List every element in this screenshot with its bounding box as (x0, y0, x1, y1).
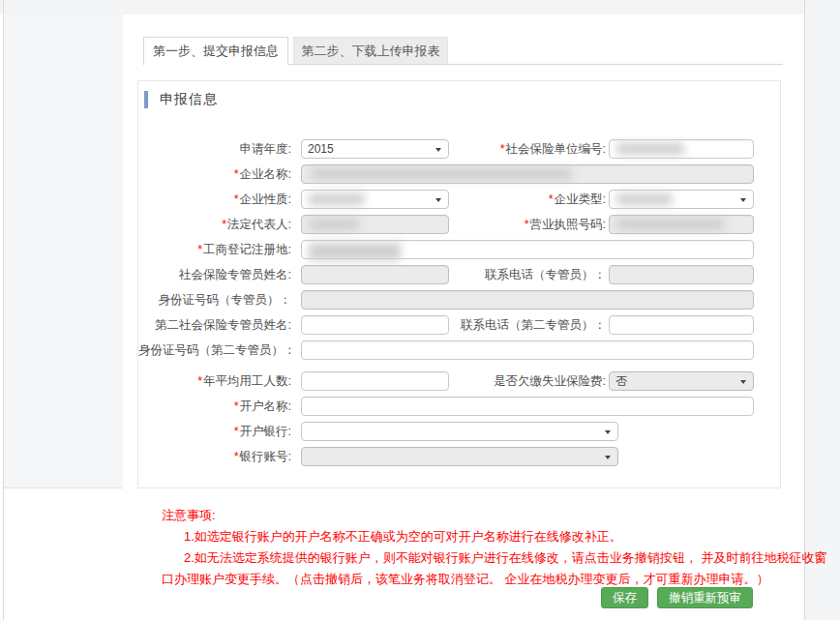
second-agent-phone-input[interactable] (609, 315, 754, 335)
form-row: 社会保险专管员姓名: 联系电话（专管员）： (138, 265, 782, 284)
accent-bar (144, 91, 148, 108)
redacted-value (616, 143, 684, 155)
panel-title: 申报信息 (160, 91, 218, 108)
second-agent-name-input[interactable] (301, 315, 449, 335)
form-row: *工商登记注册地: (138, 240, 782, 259)
insurance-agent-name-label: 社会保险专管员姓名: (138, 265, 291, 284)
dropdown-caret-icon (605, 430, 611, 434)
bank-label: *开户银行: (138, 422, 291, 441)
form-row: 身份证号码（第二专管员）： (138, 340, 782, 360)
avg-workers-input[interactable] (301, 371, 449, 391)
registry-address-input[interactable] (301, 240, 754, 259)
redacted-value (616, 193, 673, 205)
dropdown-caret-icon (740, 380, 746, 384)
form-row: 第二社会保险专管员姓名: 联系电话（第二专管员）： (138, 315, 782, 335)
company-nature-label: *企业性质: (138, 190, 291, 209)
bank-select[interactable] (301, 422, 618, 441)
second-agent-id-label: 身份证号码（第二专管员）： (138, 340, 291, 360)
right-gutter (804, 0, 840, 620)
bank-account-label: *银行账号: (138, 447, 291, 466)
owe-insurance-label: 是否欠缴失业保险费: (441, 371, 606, 391)
form-row: *年平均用工人数: 是否欠缴失业保险费: 否 (138, 371, 782, 391)
declaration-form: 申请年度: 2015 *社会保险单位编号: *企业名称: (138, 139, 782, 472)
social-insurance-no-label: *社会保险单位编号: (441, 139, 606, 159)
company-type-label: *企业类型: (441, 190, 606, 209)
form-row: 申请年度: 2015 *社会保险单位编号: (138, 139, 782, 159)
form-row: *银行账号: (138, 447, 782, 466)
notice-title: 注意事项: (162, 505, 781, 526)
agent-id-number-label: 身份证号码（专管员）： (138, 290, 291, 310)
redacted-value (309, 219, 359, 230)
cancel-resubmit-button[interactable]: 撤销重新预审 (657, 587, 753, 608)
main-content: 第一步、提交申报信息 第二步、下载上传申报表 申报信息 申请年度: 2015 *… (123, 15, 804, 620)
form-row: *法定代表人: *营业执照号码: (138, 215, 782, 234)
declaration-info-panel: 申报信息 申请年度: 2015 *社会保险单位编号: (137, 80, 781, 488)
company-type-select[interactable] (609, 190, 754, 209)
notice-section: 注意事项: 1.如选定银行账户的开户名称不正确或为空的可对开户名称进行在线修改补… (162, 505, 781, 590)
legal-representative-label: *法定代表人: (138, 215, 291, 234)
company-nature-select[interactable] (301, 190, 449, 209)
agent-phone-label: 联系电话（专管员）： (441, 265, 606, 284)
dropdown-caret-icon (740, 198, 746, 202)
redacted-value (309, 193, 365, 205)
dropdown-caret-icon (605, 456, 611, 459)
notice-line-2: 2.如无法选定系统提供的银行账户，则不能对银行账户进行在线修改，请点击业务撤销按… (162, 547, 781, 569)
apply-year-select[interactable]: 2015 (301, 139, 449, 159)
legal-representative-input (301, 215, 449, 234)
second-agent-id-input[interactable] (301, 340, 754, 360)
company-name-input (301, 164, 754, 184)
registry-address-label: *工商登记注册地: (138, 240, 291, 259)
account-name-label: *开户名称: (138, 397, 291, 416)
form-row: *开户名称: (138, 397, 782, 416)
form-row: 身份证号码（专管员）： (138, 290, 782, 310)
top-gutter (0, 0, 840, 15)
business-license-no-input (609, 215, 754, 234)
second-agent-name-label: 第二社会保险专管员姓名: (138, 315, 291, 335)
redacted-value (311, 168, 572, 180)
form-row: *企业性质: *企业类型: (138, 190, 782, 209)
account-name-input[interactable] (301, 397, 754, 416)
tab-step1-submit-info[interactable]: 第一步、提交申报信息 (143, 37, 288, 65)
redacted-value (616, 219, 725, 230)
left-gutter-panel (4, 15, 123, 488)
panel-header: 申报信息 (144, 90, 218, 109)
notice-line-1: 1.如选定银行账户的开户名称不正确或为空的可对开户名称进行在线修改补正。 (162, 526, 781, 547)
second-agent-phone-label: 联系电话（第二专管员）： (441, 315, 606, 335)
agent-phone-input (609, 265, 754, 284)
social-insurance-no-input[interactable] (609, 139, 754, 159)
insurance-agent-name-input (301, 265, 449, 284)
page: 第一步、提交申报信息 第二步、下载上传申报表 申报信息 申请年度: 2015 *… (0, 0, 840, 620)
agent-id-number-input (301, 290, 754, 310)
action-bar: 保存 撤销重新预审 (123, 587, 753, 608)
tab-step2-download-upload[interactable]: 第二步、下载上传申报表 (293, 37, 448, 64)
save-button[interactable]: 保存 (601, 587, 648, 608)
avg-workers-label: *年平均用工人数: (138, 371, 291, 391)
business-license-no-label: *营业执照号码: (441, 215, 606, 234)
form-row: *开户银行: (138, 422, 782, 441)
apply-year-label: 申请年度: (138, 139, 291, 159)
bank-account-select (301, 447, 618, 466)
owe-insurance-select: 否 (609, 371, 754, 391)
company-name-label: *企业名称: (138, 164, 291, 184)
redacted-value (309, 243, 401, 260)
form-row: *企业名称: (138, 164, 782, 184)
